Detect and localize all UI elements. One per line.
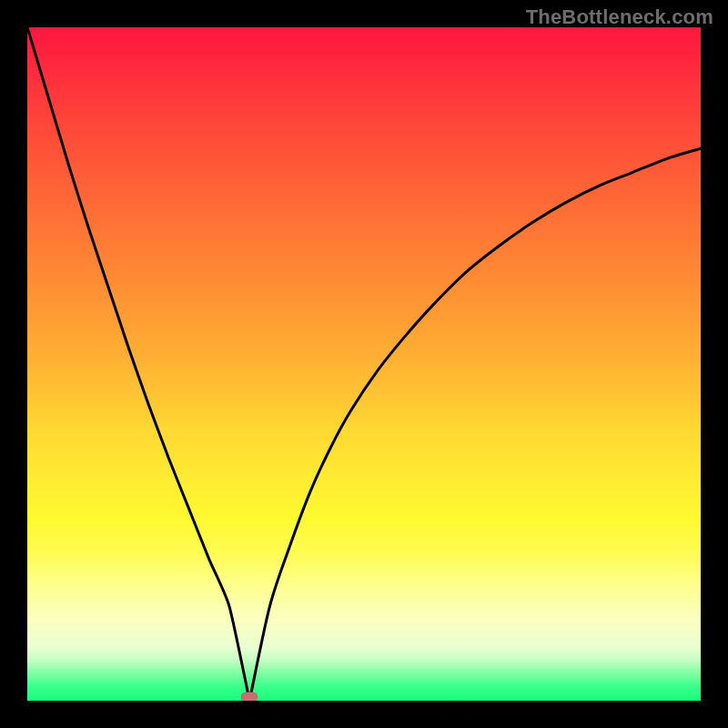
bottleneck-curve — [27, 27, 701, 701]
min-marker — [241, 693, 258, 702]
curve-svg — [27, 27, 701, 701]
chart-frame: TheBottleneck.com — [0, 0, 728, 728]
watermark-text: TheBottleneck.com — [526, 5, 713, 29]
plot-area — [27, 27, 701, 701]
